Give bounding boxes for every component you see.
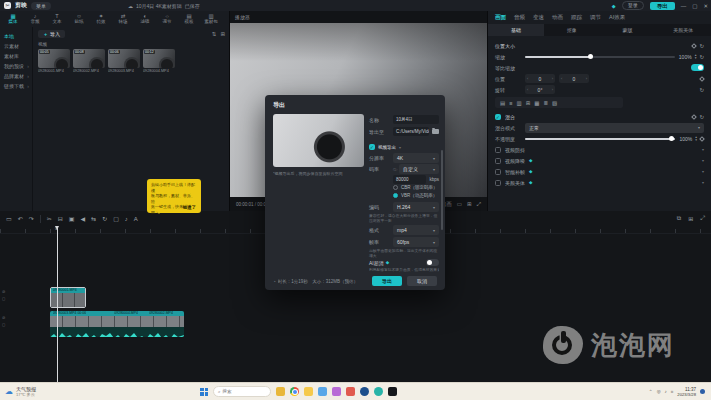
timeline-clip-overlay[interactable]: 09280001.MP4: [50, 287, 86, 308]
uniform-scale-toggle[interactable]: [691, 64, 704, 71]
inspector-tab-动画[interactable]: 动画: [552, 14, 563, 21]
timeline-right-tool-2[interactable]: ⤢: [700, 215, 705, 222]
media-tab-模板[interactable]: ▤模板: [178, 13, 200, 24]
media-clip[interactable]: 00:0809280002.MP4: [73, 49, 105, 73]
timeline-tool-1[interactable]: ↶: [18, 215, 23, 222]
position-y-input[interactable]: ‹0›: [559, 74, 589, 83]
position-keyframe-icon[interactable]: [699, 76, 705, 82]
timeline-tool-7[interactable]: ⇆: [91, 215, 96, 222]
media-clip[interactable]: 00:1209280004.MP4: [143, 49, 175, 73]
track-head-icon[interactable]: ⊘: [2, 315, 5, 320]
tray-icon-0[interactable]: ⌃: [649, 389, 653, 394]
tray-icon-2[interactable]: ♪: [665, 389, 667, 394]
taskbar-app-netdisk[interactable]: [346, 387, 355, 396]
export-button-top[interactable]: 导出: [650, 2, 675, 10]
media-clip[interactable]: 00:0509280001.MP4: [38, 49, 70, 73]
align-icon-0[interactable]: ▤: [500, 100, 505, 106]
taskbar-app-clipchamp[interactable]: [374, 387, 383, 396]
timeline-tool-4[interactable]: ⊟: [58, 215, 63, 222]
bitrate-mode-dropdown[interactable]: 自定义▾: [399, 164, 439, 174]
tray-icon-3[interactable]: ⌗: [671, 389, 674, 394]
close-icon[interactable]: ✕: [703, 3, 708, 9]
sidebar-item-云素材[interactable]: 云素材: [0, 41, 32, 51]
login-button[interactable]: 登录: [622, 1, 644, 10]
inspector-tab-跟踪[interactable]: 跟踪: [571, 14, 582, 21]
media-tab-调节[interactable]: ☼调节: [156, 13, 178, 24]
resolution-dropdown[interactable]: 4K▾: [393, 153, 439, 163]
mix-reset-icon[interactable]: ↻: [699, 114, 704, 120]
grid-icon[interactable]: ⊞: [467, 201, 472, 208]
track-head-icon[interactable]: ⊘: [2, 289, 5, 294]
taskbar-search[interactable]: ⌕ 搜索: [213, 386, 271, 397]
timeline-tool-2[interactable]: ↷: [29, 215, 34, 222]
folder-icon[interactable]: [432, 129, 439, 134]
timeline-tool-6[interactable]: ◀: [80, 215, 85, 222]
align-icon-1[interactable]: ≡: [509, 100, 512, 106]
playhead[interactable]: [57, 226, 58, 382]
vip-gem-icon[interactable]: ◆: [612, 3, 616, 9]
sidebar-item-本地[interactable]: 本地: [0, 31, 32, 41]
timeline-tool-5[interactable]: ▣: [69, 215, 75, 222]
align-icon-6[interactable]: ▧: [552, 100, 557, 106]
export-confirm-button[interactable]: 导出: [372, 276, 402, 286]
taskbar-app-photos[interactable]: [332, 387, 341, 396]
timeline-clip-main[interactable]: 09280003.MP4 00:0609280004.MP409280002.M…: [50, 311, 184, 337]
timeline-tool-8[interactable]: ↻: [102, 215, 107, 222]
scale-slider[interactable]: [525, 56, 675, 58]
inspector-tab-调节[interactable]: 调节: [590, 14, 601, 21]
inspector-subtab-基础[interactable]: 基础: [488, 24, 544, 36]
export-cancel-button[interactable]: 取消: [407, 276, 437, 286]
inspector-subtab-美颜美体[interactable]: 美颜美体: [655, 24, 711, 36]
align-icon-2[interactable]: ▥: [516, 100, 521, 106]
media-tab-滤镜[interactable]: ◐滤镜: [134, 13, 156, 24]
inspector-subtab-蒙版[interactable]: 蒙版: [600, 24, 656, 36]
media-tab-转场[interactable]: ⇄转场: [112, 13, 134, 24]
media-tab-特效[interactable]: ✦特效: [90, 13, 112, 24]
sidebar-item-链接下载[interactable]: 链接下载›: [0, 81, 32, 91]
智能补帧-checkbox[interactable]: [495, 169, 501, 175]
sidebar-item-品牌素材[interactable]: 品牌素材›: [0, 71, 32, 81]
start-button[interactable]: [200, 388, 208, 396]
taskbar-app-edge[interactable]: [360, 387, 369, 396]
align-icon-3[interactable]: ⊞: [526, 100, 531, 106]
timeline-tool-10[interactable]: ♪: [125, 216, 128, 222]
timeline-tool-0[interactable]: ▭: [6, 215, 12, 222]
vbr-radio[interactable]: [393, 193, 398, 198]
video-export-checkbox[interactable]: ✓: [369, 144, 375, 150]
media-tab-贴纸[interactable]: ☺贴纸: [68, 13, 90, 24]
timeline-tool-9[interactable]: ▢: [113, 215, 119, 222]
media-clip[interactable]: 00:0609280003.MP4: [108, 49, 140, 73]
taskbar-app-mail[interactable]: [318, 387, 327, 396]
weather-widget[interactable]: ☁ 天气预报 17℃ 多云: [0, 386, 200, 397]
tooltip-dismiss-button[interactable]: 知道了: [183, 205, 197, 210]
media-tab-媒体[interactable]: ▦媒体: [2, 13, 24, 24]
inspector-tab-变速[interactable]: 变速: [533, 14, 544, 21]
美颜美体-checkbox[interactable]: [495, 180, 501, 186]
rotate-input[interactable]: ‹0°›: [525, 85, 555, 94]
track-head-icon[interactable]: ◻: [2, 322, 5, 327]
cbr-radio[interactable]: [393, 185, 398, 190]
maximize-icon[interactable]: ▢: [692, 3, 697, 9]
inspector-tab-画面[interactable]: 画面: [495, 14, 506, 21]
timeline-right-tool-1[interactable]: ⊞: [688, 215, 693, 222]
tray-icon-1[interactable]: ◎: [657, 389, 661, 394]
scale-reset-icon[interactable]: ↻: [699, 54, 704, 60]
taskbar-app-file-explorer[interactable]: [304, 387, 313, 396]
opacity-keyframe-icon[interactable]: [699, 136, 705, 142]
notification-badge[interactable]: [700, 389, 705, 394]
timeline-tool-3[interactable]: ✂: [47, 215, 52, 222]
sidebar-item-素材库[interactable]: 素材库: [0, 51, 32, 61]
taskbar-app-widgets[interactable]: [276, 387, 285, 396]
ratio-icon[interactable]: ▭: [457, 201, 462, 208]
inspector-subtab-抠像[interactable]: 抠像: [544, 24, 600, 36]
dialog-scrollbar[interactable]: [441, 150, 443, 230]
media-tab-文本[interactable]: T文本: [46, 13, 68, 24]
taskbar-clock[interactable]: 11:37 2023/3/28: [677, 387, 696, 397]
path-input[interactable]: C:/Users/My/Videos…: [393, 127, 429, 136]
taskbar-app-chrome[interactable]: [290, 387, 299, 396]
fullscreen-icon[interactable]: ⤢: [477, 201, 481, 208]
ai-enhance-toggle[interactable]: [426, 259, 439, 266]
mix-keyframe-icon[interactable]: [692, 114, 698, 120]
codec-dropdown[interactable]: H.264▾: [393, 202, 439, 212]
menu-button[interactable]: 菜单: [31, 2, 51, 10]
